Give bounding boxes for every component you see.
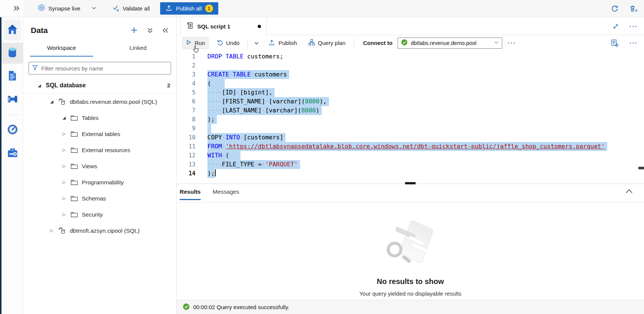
tree-expander-icon[interactable]: ▷ bbox=[62, 180, 67, 185]
tree-item-label: Tables bbox=[82, 115, 99, 121]
line-number[interactable]: 10 bbox=[184, 133, 195, 142]
code-line[interactable]: 5····[ID]·[bigint], bbox=[177, 88, 644, 97]
data-panel-tabs: Workspace Linked bbox=[23, 41, 176, 57]
expand-editor-icon[interactable] bbox=[612, 22, 620, 30]
collapse-panel-icon[interactable] bbox=[161, 27, 170, 34]
sidebar-item-develop[interactable] bbox=[2, 66, 23, 87]
connect-pool-select[interactable]: dbtlabs.revenue.demo.pool bbox=[398, 37, 502, 49]
tree-expander-icon[interactable]: ▷ bbox=[62, 212, 67, 217]
tree-expander-icon[interactable]: ◢ bbox=[62, 115, 67, 120]
tree-item[interactable]: ◢Tables bbox=[23, 110, 176, 126]
tree-item[interactable]: ▷Schemas bbox=[23, 190, 176, 206]
sidebar-item-integrate[interactable] bbox=[2, 89, 23, 110]
code-line[interactable]: 6····[FIRST_NAME]·[varchar](8000), bbox=[177, 97, 644, 106]
refresh-icon[interactable] bbox=[610, 4, 620, 13]
run-button[interactable]: Run bbox=[183, 37, 208, 49]
discard-trash-icon[interactable] bbox=[629, 4, 639, 13]
tree-expander-icon[interactable]: ▷ bbox=[62, 196, 67, 201]
results-drag-handle[interactable] bbox=[405, 182, 416, 184]
gauge-icon bbox=[6, 123, 19, 137]
line-number[interactable]: 14 bbox=[184, 169, 195, 178]
code-line[interactable]: 8); bbox=[177, 115, 644, 124]
code-line[interactable]: 11FROM·'https://dbtlabsynapsedatalake.bl… bbox=[177, 142, 644, 151]
toolbar-overflow-icon[interactable]: ··· bbox=[629, 40, 638, 46]
publish-button[interactable]: Publish bbox=[265, 37, 300, 49]
line-number[interactable]: 1 bbox=[184, 52, 195, 61]
tree-expander-icon[interactable]: ▷ bbox=[62, 148, 67, 153]
code-line[interactable]: 13····FILE_TYPE·=·'PARQUET' bbox=[177, 160, 644, 169]
tab-linked[interactable]: Linked bbox=[107, 41, 170, 57]
tab-workspace[interactable]: Workspace bbox=[30, 41, 93, 57]
connect-to-label: Connect to bbox=[363, 40, 392, 46]
tree-item[interactable]: ▷Security bbox=[23, 206, 176, 223]
code-line[interactable]: 10COPY·INTO·[customers] bbox=[177, 133, 644, 142]
line-number[interactable]: 7 bbox=[184, 106, 195, 115]
line-number[interactable]: 8 bbox=[184, 115, 195, 124]
code-line[interactable]: 9 bbox=[177, 124, 644, 133]
code-line[interactable]: 4( bbox=[177, 79, 644, 88]
editor-pane: SQL script 1 ··· Run Undo bbox=[176, 17, 644, 314]
publish-count-badge: 1 bbox=[205, 4, 213, 12]
tab-sql-script-1[interactable]: SQL script 1 bbox=[180, 17, 267, 35]
tree-item[interactable]: ◢SQL database2 bbox=[23, 78, 176, 94]
tree-item[interactable]: ▷Programmability bbox=[23, 174, 176, 190]
tab-more-actions-icon[interactable]: ··· bbox=[629, 23, 638, 30]
pool-status-check-icon bbox=[401, 39, 408, 47]
line-number[interactable]: 3 bbox=[184, 70, 195, 79]
mode-switcher[interactable]: Synapse live bbox=[38, 4, 96, 13]
line-number[interactable]: 2 bbox=[184, 61, 195, 70]
line-number[interactable]: 12 bbox=[184, 151, 195, 160]
toolbar-more-icon[interactable]: ··· bbox=[507, 40, 516, 46]
sidebar-item-data[interactable] bbox=[2, 43, 23, 64]
tree-expander-icon[interactable]: ▷ bbox=[62, 132, 67, 136]
code-line-content: ); bbox=[207, 169, 216, 178]
sql-code-editor[interactable]: 1DROP TABLE customers;23CREATE·TABLE·cus… bbox=[177, 51, 644, 184]
line-number[interactable]: 11 bbox=[184, 142, 195, 151]
tree-item[interactable]: ▷dbtmsft.azsyn.cipool (SQL) bbox=[23, 223, 176, 239]
results-tabstrip: Results Messages bbox=[177, 184, 644, 202]
editor-scrollbar-thumb[interactable] bbox=[638, 167, 644, 169]
database-icon bbox=[58, 227, 66, 235]
code-line[interactable]: 1DROP TABLE customers; bbox=[177, 52, 644, 61]
tree-item[interactable]: ▷External tables bbox=[23, 126, 176, 142]
publish-upload-icon bbox=[165, 4, 173, 13]
properties-icon[interactable] bbox=[610, 38, 620, 48]
add-resource-icon[interactable] bbox=[129, 25, 139, 35]
code-line[interactable]: 7····[LAST_NAME]·[varchar](8000) bbox=[177, 106, 644, 115]
code-line[interactable]: 2 bbox=[177, 61, 644, 70]
run-options-chevron-icon[interactable] bbox=[253, 40, 260, 46]
collapse-results-chevron-icon[interactable] bbox=[626, 188, 633, 195]
undo-label: Undo bbox=[226, 40, 240, 46]
line-number[interactable]: 4 bbox=[184, 79, 195, 88]
tree-expander-icon[interactable]: ▷ bbox=[62, 164, 67, 169]
tab-results[interactable]: Results bbox=[180, 188, 201, 200]
validate-all-button[interactable]: Validate all bbox=[112, 4, 150, 13]
tree-expander-icon[interactable]: ◢ bbox=[37, 83, 42, 88]
sidebar-item-home[interactable] bbox=[4, 19, 21, 40]
toolbox-icon bbox=[6, 147, 19, 160]
tree-item[interactable]: ▷Views bbox=[23, 158, 176, 174]
tree-item-label: External resources bbox=[82, 147, 130, 154]
code-line[interactable]: 3CREATE·TABLE·customers bbox=[177, 70, 644, 79]
publish-all-button[interactable]: Publish all 1 bbox=[160, 2, 218, 15]
collapse-all-icon[interactable] bbox=[146, 26, 154, 34]
undo-button[interactable]: Undo bbox=[213, 37, 243, 49]
sidebar-item-monitor[interactable] bbox=[2, 120, 23, 141]
document-tabstrip: SQL script 1 ··· bbox=[177, 17, 644, 35]
line-number[interactable]: 9 bbox=[184, 124, 195, 133]
tree-item[interactable]: ◢dbtlabs.revenue.demo.pool (SQL) bbox=[23, 94, 176, 110]
line-number[interactable]: 13 bbox=[184, 160, 195, 169]
tree-expander-icon[interactable]: ◢ bbox=[49, 99, 54, 104]
double-chevron-right-icon[interactable] bbox=[13, 4, 21, 13]
filter-resources-input[interactable] bbox=[41, 65, 168, 72]
query-plan-button[interactable]: Query plan bbox=[305, 37, 348, 49]
line-number[interactable]: 5 bbox=[184, 88, 195, 97]
line-number[interactable]: 6 bbox=[184, 97, 195, 106]
tree-expander-icon[interactable]: ▷ bbox=[49, 228, 54, 233]
sidebar-item-manage[interactable] bbox=[2, 143, 23, 164]
code-line[interactable]: 12WITH·( bbox=[177, 151, 644, 160]
tree-item[interactable]: ▷External resources bbox=[23, 142, 176, 158]
publish-icon bbox=[268, 39, 275, 47]
code-line[interactable]: 14); bbox=[177, 169, 644, 178]
tab-messages[interactable]: Messages bbox=[213, 188, 239, 200]
